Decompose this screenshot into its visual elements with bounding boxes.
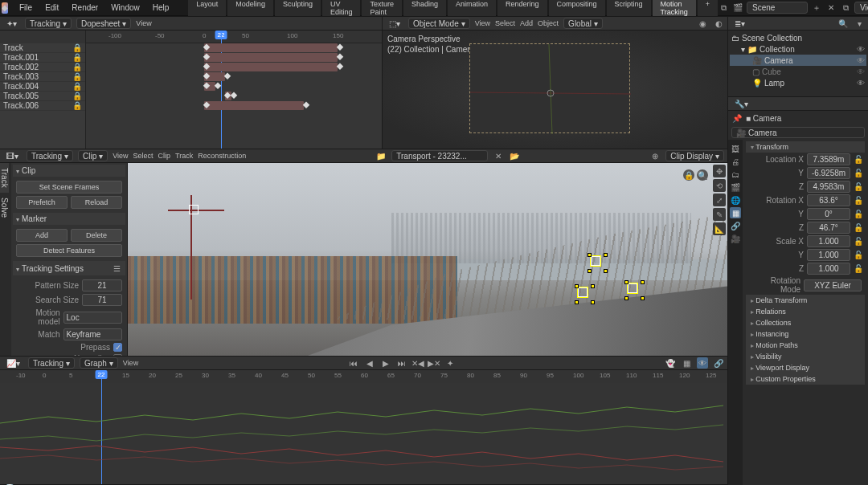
marker-handle[interactable] (588, 269, 592, 273)
panel-clip[interactable]: Clip (13, 165, 125, 177)
tab-viewlayer-icon[interactable]: 🗂 (730, 169, 741, 180)
delete-marker-button[interactable]: Delete (71, 229, 122, 242)
match-dropdown[interactable]: Keyframe (63, 328, 122, 340)
orientation-dropdown[interactable]: Global▾ (563, 18, 603, 29)
3dview-canvas[interactable]: Camera Perspective (22) Collection | Cam… (383, 31, 727, 149)
track-row[interactable]: Track.006🔒 (0, 101, 85, 111)
graph-view-menu[interactable]: View (123, 359, 138, 367)
lock-icon[interactable]: 🔒 (72, 43, 82, 52)
track-back-frame-icon[interactable]: ◀ (364, 357, 375, 369)
visibility-icon[interactable]: 👁 (857, 45, 865, 54)
tree-camera[interactable]: 🎥Camera👁 (730, 55, 866, 66)
tab-camera-icon[interactable]: 🎥 (730, 233, 741, 244)
relations-header[interactable]: Relations (746, 306, 865, 317)
rotation-x-field[interactable]: 63.6° (807, 194, 850, 206)
lock-icon[interactable]: 🔓 (854, 264, 862, 273)
clip-clip-menu[interactable]: Clip (158, 152, 171, 160)
rotate-icon[interactable]: ⟲ (713, 179, 726, 192)
reload-button[interactable]: Reload (71, 196, 122, 209)
editor-type-icon[interactable]: ✦▾ (3, 19, 20, 28)
tab-render-icon[interactable]: 🖼 (730, 143, 741, 154)
clip-name-field[interactable]: Transport - 23232... (391, 150, 488, 161)
marker-handle[interactable] (624, 280, 628, 284)
pattern-size-field[interactable]: 21 (82, 279, 122, 291)
transform-panel-header[interactable]: Transform (746, 141, 865, 153)
scale-x-field[interactable]: 1.000 (807, 235, 850, 247)
dopesheet-submode[interactable]: Dopesheet▾ (76, 18, 131, 29)
motion-paths-header[interactable]: Motion Paths (746, 340, 865, 351)
menu-help[interactable]: Help (146, 1, 176, 15)
dopesheet-mode[interactable]: Tracking▾ (25, 18, 72, 29)
tree-scene-collection[interactable]: 🗀Scene Collection (730, 32, 866, 43)
prepass-checkbox[interactable]: ✓ (113, 343, 122, 352)
editor-type-icon[interactable]: 🎞▾ (3, 152, 22, 161)
track-back-icon[interactable]: ⏮ (348, 357, 359, 369)
track-marker[interactable] (591, 256, 600, 266)
filter-frames-icon[interactable]: ▦ (681, 357, 692, 369)
filter-options-icon[interactable]: ▾ (854, 18, 865, 29)
clear-fwd-icon[interactable]: ▶✕ (428, 357, 440, 369)
clear-back-icon[interactable]: ✕◀ (412, 357, 424, 369)
lock-icon[interactable]: 🔓 (854, 155, 862, 164)
track-fwd-frame-icon[interactable]: ▶ (380, 357, 391, 369)
track-row[interactable]: Track.002🔒 (0, 63, 85, 72)
track-row[interactable]: Track.001🔒 (0, 53, 85, 63)
menu-window[interactable]: Window (104, 1, 146, 15)
marker-handle[interactable] (641, 296, 645, 300)
object-mode-dropdown[interactable]: Object Mode▾ (408, 18, 470, 29)
dopesheet-area[interactable]: -100 -50 0 22 50 100 150 (86, 31, 382, 149)
lock-icon[interactable]: 🔓 (854, 169, 862, 177)
marker-handle[interactable] (591, 284, 595, 288)
tab-output-icon[interactable]: 🖨 (730, 156, 741, 167)
outliner-tree[interactable]: 🗀Scene Collection ▾📁Collection👁 🎥Camera👁… (728, 31, 868, 96)
marker-handle[interactable] (575, 284, 579, 288)
scale-icon[interactable]: ⤢ (713, 194, 726, 206)
object-name-field[interactable]: 🎥 Camera (731, 127, 865, 138)
marker-handle[interactable] (575, 300, 579, 304)
clip-track-menu[interactable]: Track (175, 152, 193, 160)
clip-view-menu[interactable]: View (113, 152, 128, 160)
lock-icon[interactable]: 🔒 (72, 63, 82, 71)
rotation-mode-dropdown[interactable]: XYZ Euler (804, 279, 862, 291)
track-row[interactable]: Track🔒 (0, 43, 85, 53)
prefetch-button[interactable]: Prefetch (16, 196, 68, 209)
tree-cube[interactable]: ▢Cube👁 (730, 66, 866, 77)
clip-select-menu[interactable]: Select (133, 152, 154, 160)
menu-file[interactable]: File (13, 1, 39, 15)
track-marker[interactable] (189, 205, 199, 214)
object-menu[interactable]: Object (538, 19, 559, 27)
location-x-field[interactable]: 7.3589m (807, 153, 850, 165)
refine-icon[interactable]: ✦ (444, 357, 456, 369)
lock-icon[interactable]: 🔒 (72, 101, 82, 110)
editor-type-icon[interactable]: ≣▾ (731, 19, 748, 28)
clip-recon-menu[interactable]: Reconstruction (198, 152, 246, 160)
visibility-icon[interactable]: 👁 (857, 67, 865, 76)
track-fwd-icon[interactable]: ⏭ (396, 357, 407, 369)
view-menu[interactable]: View (475, 19, 490, 27)
dopesheet-ruler[interactable]: -100 -50 0 22 50 100 150 (86, 31, 382, 43)
visibility-icon[interactable]: 👁 (857, 79, 865, 88)
set-scene-frames-button[interactable]: Set Scene Frames (16, 181, 122, 194)
select-menu[interactable]: Select (495, 19, 515, 27)
filter-icon[interactable]: 🔍 (837, 18, 849, 29)
scene-name-field[interactable]: Scene (747, 2, 808, 14)
pivot-icon[interactable]: ⊕ (649, 150, 661, 161)
scene-browse-icon[interactable]: ⧉ (718, 2, 729, 14)
viewport-display-header[interactable]: Viewport Display (746, 362, 865, 373)
rotation-z-field[interactable]: 46.7° (807, 222, 850, 234)
tab-constraints-icon[interactable]: 🔗 (730, 220, 741, 231)
editor-type-icon[interactable]: ⬚▾ (386, 19, 403, 28)
scene-delete-icon[interactable]: ✕ (825, 2, 837, 14)
lock-icon[interactable]: 🔓 (854, 182, 862, 191)
clip-viewport[interactable]: ✥ ⟲ ⤢ ✎ 📐 🔒 🔍 (128, 163, 727, 356)
zoom-to-fit-icon[interactable]: 🔍 (697, 169, 708, 181)
folder-icon[interactable]: 📂 (509, 150, 520, 161)
clip-display-dropdown[interactable]: Clip Display▾ (665, 150, 724, 161)
marker-handle[interactable] (591, 300, 595, 304)
menu-render[interactable]: Render (65, 1, 104, 15)
show-hidden-icon[interactable]: 👁 (697, 357, 708, 369)
scene-new-icon[interactable]: ＋ (811, 2, 822, 14)
track-row[interactable]: Track.003🔒 (0, 72, 85, 82)
marker-handle[interactable] (641, 280, 645, 284)
lock-to-selection-icon[interactable]: 🔗 (713, 357, 724, 369)
